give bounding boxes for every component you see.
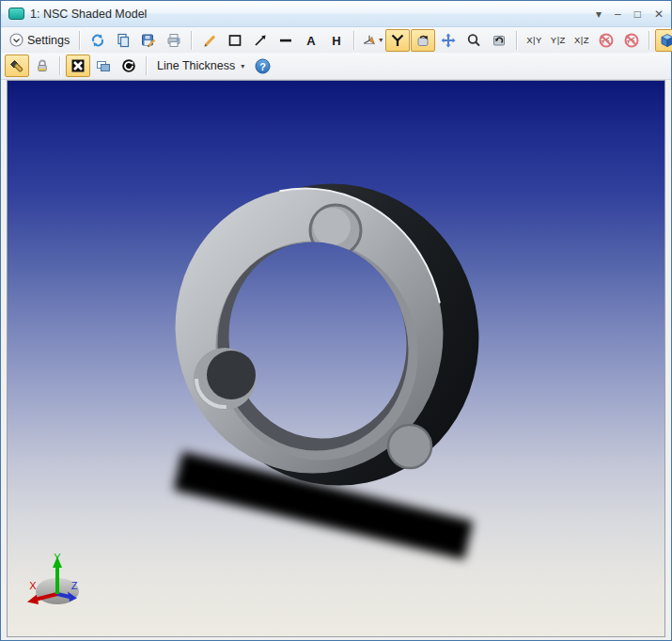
plane-yz-button[interactable]: Y|Z [547, 30, 570, 51]
separator [191, 31, 193, 50]
separator [649, 31, 650, 50]
print-button[interactable] [162, 29, 186, 52]
clip-y-off-button[interactable] [619, 29, 644, 52]
rotate-view-icon [415, 33, 430, 48]
chevron-circle-icon [9, 33, 23, 47]
app-window: 1: NSC Shaded Model ▾ – □ ✕ Settings [0, 0, 672, 641]
main-toolbar: Settings [1, 27, 671, 53]
horizontal-line-icon [278, 33, 293, 48]
separator [516, 31, 518, 50]
plane-xy-button[interactable]: X|Y [523, 30, 546, 51]
minimize-button[interactable]: – [615, 8, 621, 20]
zoom-button[interactable] [461, 29, 486, 52]
save-icon [141, 33, 156, 48]
draw-hline-button[interactable] [273, 29, 298, 52]
svg-text:A: A [306, 33, 316, 47]
magnifier-icon [466, 33, 481, 48]
axis-triad: X Y Z [27, 552, 79, 604]
orientation-indicator-button[interactable]: ▾ [360, 29, 384, 52]
help-icon: ? [255, 58, 271, 74]
text-a-icon: A [304, 33, 319, 48]
padlock-icon [35, 58, 50, 73]
fill-frame-button[interactable] [66, 55, 90, 77]
separator [146, 56, 148, 75]
shaded-model-canvas: X Y Z [8, 81, 664, 636]
orientation-dropdown-arrow[interactable]: ▾ [379, 36, 383, 44]
close-button[interactable]: ✕ [654, 8, 664, 20]
axis-x-label: X [29, 580, 37, 591]
orientation-axes-icon [362, 33, 377, 48]
axis-z-label: Z [71, 580, 78, 591]
settings-label: Settings [27, 34, 70, 47]
copy-button[interactable] [111, 29, 135, 52]
ring-left-lobe [194, 348, 256, 410]
rotate-3d-button[interactable] [385, 29, 410, 52]
reset-view-button[interactable] [487, 29, 511, 52]
print-icon [166, 33, 181, 48]
annotate-height-button[interactable]: H [324, 29, 349, 52]
windows-icon [96, 58, 111, 73]
help-button[interactable]: ? [250, 55, 274, 77]
copy-icon [116, 33, 131, 48]
reset-view-icon [492, 33, 507, 48]
lock-window-button[interactable] [30, 55, 55, 77]
pan-view-button[interactable] [436, 29, 461, 52]
plane-xz-button[interactable]: X|Z [570, 30, 593, 51]
draw-line-button[interactable] [197, 29, 222, 52]
line-thickness-dropdown[interactable]: Line Thickness ▾ [152, 55, 249, 76]
window-icon [8, 8, 24, 20]
rectangle-icon [227, 33, 242, 48]
flashlight-icon [9, 58, 24, 73]
rotate-view-button[interactable] [411, 29, 435, 52]
annotate-text-button[interactable]: A [299, 29, 323, 52]
line-thickness-dropdown-arrow: ▾ [241, 62, 244, 70]
no-clip-icon [623, 33, 640, 48]
clip-x-off-button[interactable] [594, 29, 618, 52]
draw-rectangle-button[interactable] [223, 29, 247, 52]
pencil-icon [202, 33, 217, 48]
maximize-button[interactable]: □ [634, 8, 641, 20]
viewport-3d[interactable]: X Y Z [7, 80, 665, 637]
fill-frame-icon [70, 58, 86, 73]
cube-icon [660, 33, 672, 48]
no-clip-icon [598, 33, 615, 48]
draw-arrow-button[interactable] [248, 29, 273, 52]
view-toolbar: Line Thickness ▾ ? [1, 53, 671, 80]
arrow-icon [253, 33, 268, 48]
ray-trace-button[interactable] [5, 55, 29, 77]
solid-3d-button[interactable] [655, 29, 672, 52]
client-area: X Y Z [1, 80, 671, 641]
rotate-3d-axes-icon [390, 33, 405, 48]
update-button[interactable] [117, 55, 141, 77]
pan-arrows-icon [441, 33, 456, 48]
text-h-icon: H [329, 33, 344, 48]
svg-text:H: H [332, 33, 340, 47]
window-menu-button[interactable]: ▾ [596, 8, 602, 20]
title-bar[interactable]: 1: NSC Shaded Model ▾ – □ ✕ [1, 1, 671, 27]
circle-arrow-icon [121, 58, 136, 73]
svg-text:?: ? [259, 60, 266, 71]
separator [79, 31, 81, 50]
save-button[interactable] [136, 29, 161, 52]
line-thickness-label: Line Thickness [157, 59, 235, 72]
axis-y-label: Y [54, 552, 61, 563]
settings-button[interactable]: Settings [5, 30, 74, 51]
refresh-button[interactable] [86, 29, 110, 52]
window-title: 1: NSC Shaded Model [30, 8, 596, 21]
separator [353, 31, 355, 50]
separator [59, 56, 61, 75]
refresh-icon [90, 33, 105, 48]
copy-window-button[interactable] [91, 55, 116, 77]
